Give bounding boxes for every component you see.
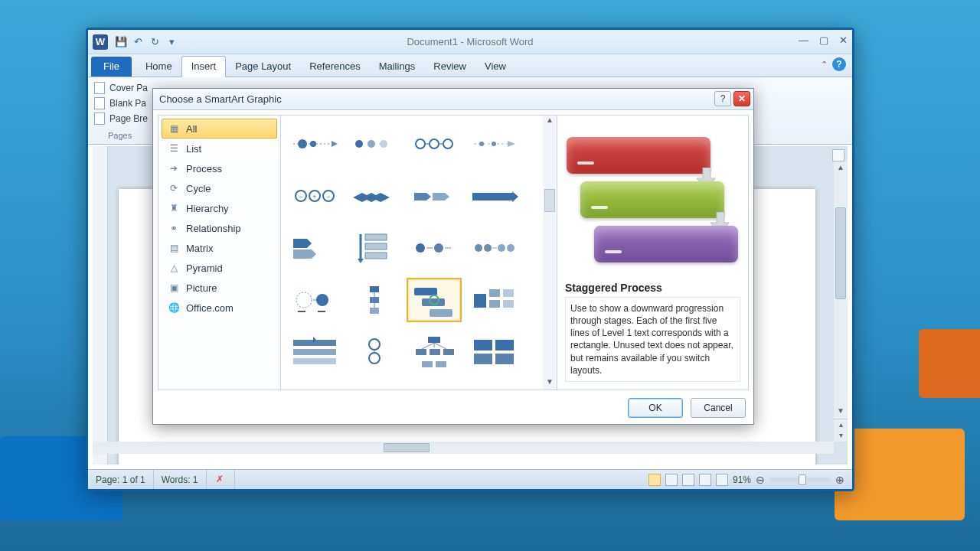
svg-rect-34 — [370, 308, 379, 314]
category-hierarchy[interactable]: ♜Hierarchy — [162, 198, 277, 218]
smartart-thumb[interactable] — [347, 174, 402, 218]
tab-home[interactable]: Home — [136, 57, 181, 77]
tab-review[interactable]: Review — [424, 57, 475, 77]
status-bar: Page: 1 of 1 Words: 1 91% ⊖ ⊕ — [88, 469, 852, 489]
dialog-close-button[interactable]: ✕ — [733, 91, 750, 106]
svg-rect-37 — [430, 309, 452, 317]
smartart-thumb[interactable] — [407, 226, 462, 270]
matrix-icon: ▤ — [168, 242, 180, 254]
ok-button[interactable]: OK — [628, 398, 683, 418]
smartart-thumb[interactable] — [466, 174, 521, 218]
tab-references[interactable]: References — [300, 57, 369, 77]
view-web-layout-icon[interactable] — [682, 474, 694, 486]
vertical-scrollbar[interactable]: ▲ ▼ ▴▾ — [834, 161, 848, 442]
zoom-slider[interactable] — [769, 478, 831, 482]
horizontal-scrollbar[interactable] — [93, 442, 834, 454]
status-words[interactable]: Words: 1 — [154, 470, 207, 489]
smartart-thumb[interactable] — [347, 330, 402, 374]
svg-rect-45 — [293, 349, 336, 355]
cancel-button[interactable]: Cancel — [691, 398, 746, 418]
smartart-thumb[interactable] — [287, 278, 342, 322]
category-cycle[interactable]: ⟳Cycle — [162, 178, 277, 198]
gallery-scrollbar[interactable]: ▲ ▼ — [543, 116, 557, 390]
view-outline-icon[interactable] — [699, 474, 711, 486]
view-print-layout-icon[interactable] — [648, 474, 661, 486]
smartart-thumb[interactable] — [347, 122, 402, 166]
hscroll-thumb[interactable] — [384, 443, 430, 452]
zoom-out-icon[interactable]: ⊖ — [756, 474, 765, 486]
smartart-thumb[interactable] — [347, 226, 402, 270]
category-office[interactable]: 🌐Office.com — [162, 298, 277, 318]
smartart-thumb-selected[interactable] — [407, 278, 462, 322]
view-full-screen-icon[interactable] — [665, 474, 678, 486]
gallery-scroll-up-icon[interactable]: ▲ — [543, 116, 557, 128]
smartart-thumb[interactable] — [347, 278, 402, 322]
category-pyramid[interactable]: △Pyramid — [162, 258, 277, 278]
category-list[interactable]: ☰List — [162, 139, 277, 158]
undo-button[interactable]: ↶ — [131, 35, 145, 49]
scroll-up-icon[interactable]: ▲ — [834, 161, 848, 174]
smartart-thumb[interactable] — [466, 122, 521, 166]
zoom-level[interactable]: 91% — [733, 474, 751, 485]
tab-file[interactable]: File — [91, 57, 132, 77]
dialog-titlebar[interactable]: Choose a SmartArt Graphic ? ✕ — [153, 89, 753, 110]
svg-point-6 — [430, 139, 439, 148]
help-icon[interactable]: ? — [832, 57, 846, 71]
svg-rect-33 — [370, 297, 379, 303]
tab-insert[interactable]: Insert — [181, 56, 227, 77]
dialog-help-button[interactable]: ? — [714, 91, 731, 106]
smartart-thumb[interactable] — [466, 226, 521, 270]
smartart-thumb[interactable] — [466, 330, 521, 374]
zoom-in-icon[interactable]: ⊕ — [835, 474, 844, 486]
zoom-slider-knob[interactable] — [799, 474, 806, 485]
vscroll-thumb[interactable] — [835, 207, 846, 299]
smartart-thumb[interactable]: −+− — [287, 174, 342, 218]
smartart-thumb[interactable] — [347, 382, 402, 390]
category-matrix[interactable]: ▤Matrix — [162, 238, 277, 258]
smartart-thumb[interactable] — [287, 330, 342, 374]
svg-point-3 — [368, 140, 375, 148]
tab-view[interactable]: View — [475, 57, 515, 77]
svg-point-2 — [355, 140, 363, 148]
category-picture[interactable]: ▣Picture — [162, 278, 277, 298]
tab-page-layout[interactable]: Page Layout — [226, 57, 300, 77]
svg-rect-39 — [474, 294, 486, 308]
proofing-icon — [214, 474, 227, 486]
vertical-ruler — [93, 146, 108, 465]
gallery-scroll-down-icon[interactable]: ▼ — [543, 377, 557, 390]
smartart-thumb[interactable] — [407, 174, 462, 218]
smartart-thumb[interactable] — [287, 226, 342, 270]
smartart-thumb[interactable] — [287, 122, 342, 166]
minimize-button[interactable]: — — [799, 34, 808, 46]
smartart-thumb[interactable] — [287, 382, 342, 390]
tab-mailings[interactable]: Mailings — [370, 57, 425, 77]
collapse-ribbon-icon[interactable]: ⌃ — [821, 60, 828, 70]
status-proofing[interactable] — [207, 470, 235, 489]
browse-object-icon[interactable]: ▴▾ — [834, 419, 848, 442]
category-all[interactable]: ▦All — [162, 119, 277, 139]
ruler-toggle-icon[interactable] — [832, 149, 844, 161]
qat-customize-icon[interactable]: ▾ — [165, 35, 178, 49]
svg-point-5 — [416, 139, 425, 148]
svg-rect-46 — [293, 358, 336, 364]
desktop-cube-orange2 — [919, 329, 980, 398]
smartart-dialog: Choose a SmartArt Graphic ? ✕ ▦All ☰List… — [152, 88, 754, 425]
gallery-scroll-thumb[interactable] — [544, 189, 555, 212]
category-relationship[interactable]: ⚭Relationship — [162, 218, 277, 238]
scroll-down-icon[interactable]: ▼ — [834, 405, 848, 417]
view-draft-icon[interactable] — [716, 474, 728, 486]
preview-description: Use to show a downward progression throu… — [565, 297, 740, 382]
category-process[interactable]: ➔Process — [162, 158, 277, 178]
smartart-thumb[interactable] — [466, 278, 521, 322]
smartart-thumb[interactable] — [407, 330, 462, 374]
svg-rect-42 — [503, 289, 514, 297]
smartart-thumb[interactable] — [407, 122, 462, 166]
smartart-thumb[interactable] — [466, 382, 521, 390]
status-page[interactable]: Page: 1 of 1 — [88, 470, 154, 489]
svg-rect-40 — [489, 289, 500, 297]
redo-button[interactable]: ↻ — [148, 35, 162, 49]
close-window-button[interactable]: ✕ — [839, 34, 848, 46]
smartart-thumb[interactable] — [407, 382, 462, 390]
maximize-button[interactable]: ▢ — [819, 34, 828, 46]
save-button[interactable]: 💾 — [114, 35, 128, 49]
